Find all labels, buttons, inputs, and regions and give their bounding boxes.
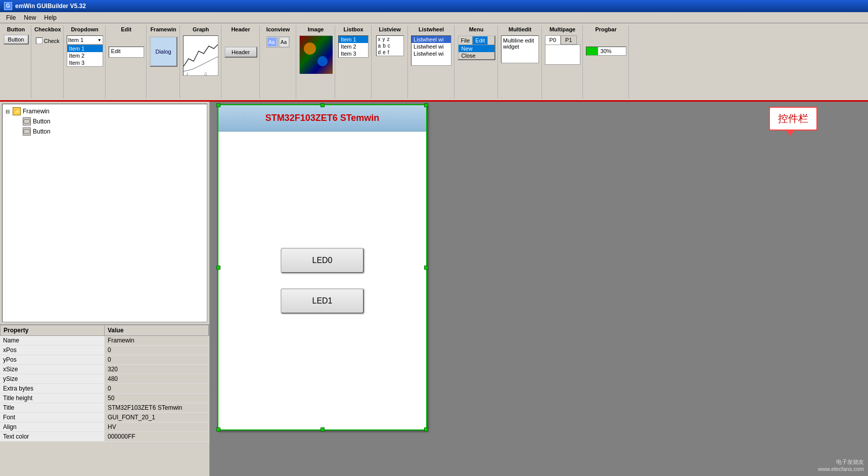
tree-panel[interactable]: ⊟ 📁 Framewin Button xyxy=(2,104,207,322)
callout-box: 控件栏 xyxy=(769,107,817,131)
tree-item-button-0[interactable]: Button xyxy=(15,116,205,126)
toolbar-group-header: Header Header xyxy=(222,25,260,99)
toolbar-group-listbox-label: Listbox xyxy=(344,26,363,32)
tree-widget-icon-0 xyxy=(23,117,31,125)
props-cell-val-3: 320 xyxy=(105,365,209,374)
mp-tab-1[interactable]: P1 xyxy=(561,35,576,45)
menu-bar-file[interactable]: File xyxy=(459,36,473,45)
props-rows: NameFramewinxPos0yPos0xSize320ySize480Ex… xyxy=(0,336,209,442)
listbox-item-1[interactable]: Item 2 xyxy=(339,43,368,50)
watermark: 电子发烧友 www.elecfans.com xyxy=(818,458,864,472)
listwheel-widget[interactable]: Listwheel wi Listwheel wi Listwheel wi xyxy=(411,35,451,66)
button-widget-btn[interactable]: Button xyxy=(4,34,29,45)
listbox-item-0[interactable]: Item 1 xyxy=(339,36,368,43)
listwheel-item-0[interactable]: Listwheel wi xyxy=(412,36,451,43)
framewin-content: LED0 LED1 xyxy=(218,132,426,429)
progbar-track: 30% xyxy=(586,47,626,56)
menu-sub-new[interactable]: New xyxy=(459,45,494,52)
image-widget[interactable] xyxy=(299,35,332,73)
toolbar-group-progbar: Progbar 30% xyxy=(584,25,629,99)
sel-handle-ml[interactable] xyxy=(216,266,220,270)
graph-svg: ♪ ♫ xyxy=(184,36,218,76)
props-cell-val-2: 0 xyxy=(105,355,209,364)
framewin-title-bar: STM32F103ZET6 STemwin xyxy=(218,105,426,132)
graph-widget[interactable]: ♪ ♫ xyxy=(183,35,218,76)
listwheel-item-2[interactable]: Listwheel wi xyxy=(412,50,451,57)
toolbar-group-graph-label: Graph xyxy=(193,26,209,32)
framewin-dialog[interactable]: STM32F103ZET6 STemwin LED0 LED1 xyxy=(217,104,427,430)
props-cell-val-0: Framewin xyxy=(105,336,209,345)
lv-cell-0-0: x xyxy=(378,36,381,42)
toolbar-group-listbox: Listbox Item 1 Item 2 Item 3 xyxy=(336,25,372,99)
image-preview-svg xyxy=(300,36,333,74)
progbar-widget[interactable]: 30% xyxy=(586,47,626,56)
canvas-area[interactable]: STM32F103ZET6 STemwin LED0 LED1 控件栏 电子发烧… xyxy=(210,102,868,476)
menu-widget[interactable]: File Edit New Close xyxy=(458,35,495,60)
iconview-cell-img: Aa xyxy=(266,36,278,48)
listview-widget[interactable]: x y z a b c d e f xyxy=(376,35,404,56)
header-widget[interactable]: Header xyxy=(224,47,257,58)
toolbar-group-listwheel-label: Listwheel xyxy=(419,26,444,32)
tree-folder-icon: 📁 xyxy=(13,107,21,115)
menu-sub-close[interactable]: Close xyxy=(459,52,494,59)
sel-handle-tm[interactable] xyxy=(321,103,325,107)
props-row-1: xPos0 xyxy=(0,345,209,355)
menu-help[interactable]: Help xyxy=(40,13,61,22)
sel-handle-bm[interactable] xyxy=(321,427,325,431)
toolbar-group-image-label: Image xyxy=(308,26,324,32)
props-cell-key-3: xSize xyxy=(0,365,105,374)
menu-bar-row: File Edit xyxy=(459,36,494,45)
menu-bar-edit[interactable]: Edit xyxy=(473,36,488,45)
mp-tab-0[interactable]: P0 xyxy=(545,35,561,45)
toolbar-group-image: Image xyxy=(297,25,335,99)
sel-handle-mr[interactable] xyxy=(424,266,428,270)
tree-item-root[interactable]: ⊟ 📁 Framewin xyxy=(5,106,205,116)
edit-widget[interactable]: Edit xyxy=(109,47,144,58)
props-cell-key-5: Extra bytes xyxy=(0,384,105,393)
checkbox-widget[interactable]: Check xyxy=(36,37,60,44)
props-row-8: FontGUI_FONT_20_1 xyxy=(0,413,209,422)
listbox-widget[interactable]: Item 1 Item 2 Item 3 xyxy=(338,35,369,58)
props-cell-key-0: Name xyxy=(0,336,105,345)
toolbar-group-iconview: Iconview Aa Aa xyxy=(261,25,296,99)
listwheel-item-1[interactable]: Listwheel wi xyxy=(412,43,451,50)
toolbar-group-checkbox-label: Checkbox xyxy=(34,26,61,32)
props-row-6: Title height50 xyxy=(0,394,209,403)
listbox-item-2[interactable]: Item 3 xyxy=(339,50,368,57)
sel-handle-bl[interactable] xyxy=(216,427,220,431)
iconview-text-icon: Aa xyxy=(280,37,289,47)
dropdown-item-0[interactable]: Item 1 xyxy=(67,45,103,52)
dropdown-item-2[interactable]: Item 3 xyxy=(67,59,103,66)
props-row-5: Extra bytes0 xyxy=(0,384,209,394)
menu-new[interactable]: New xyxy=(20,13,40,22)
toolbar-group-framewin: Framewin Dialog xyxy=(148,25,180,99)
multiedit-widget[interactable]: Multiline edit widget xyxy=(501,35,539,63)
multipage-widget[interactable]: P0 P1 xyxy=(545,35,580,65)
props-cell-key-10: Text color xyxy=(0,432,105,441)
svg-rect-11 xyxy=(24,129,30,134)
props-cell-key-7: Title xyxy=(0,403,105,412)
iconview-widget[interactable]: Aa Aa xyxy=(266,36,290,48)
framewin-led0-button[interactable]: LED0 xyxy=(281,248,364,273)
dropdown-select[interactable]: Item 1 ▼ xyxy=(67,35,103,45)
app-title: emWin GUIBuilder V5.32 xyxy=(15,3,86,10)
callout-text: 控件栏 xyxy=(778,113,808,124)
props-cell-key-2: yPos xyxy=(0,355,105,364)
toolbar-group-listview-label: Listview xyxy=(379,26,400,32)
tree-item-button-1[interactable]: Button xyxy=(15,126,205,137)
props-row-10: Text color000000FF xyxy=(0,432,209,442)
framewin-widget-label: Dialog xyxy=(155,49,171,55)
dropdown-selected: Item 1 xyxy=(68,37,84,43)
framewin-led1-button[interactable]: LED1 xyxy=(281,288,364,314)
props-row-7: TitleSTM32F103ZET6 STemwin xyxy=(0,403,209,413)
iconview-row-0: Aa Aa xyxy=(266,36,290,48)
dropdown-item-1[interactable]: Item 2 xyxy=(67,52,103,59)
dropdown-widget[interactable]: Item 1 ▼ Item 1 Item 2 Item 3 xyxy=(67,35,103,67)
framewin-widget[interactable]: Dialog xyxy=(150,36,177,67)
mp-tabs: P0 P1 xyxy=(545,35,580,45)
sel-handle-br[interactable] xyxy=(424,427,428,431)
main-area: ⊟ 📁 Framewin Button xyxy=(0,102,868,476)
sel-handle-tr[interactable] xyxy=(424,103,428,107)
sel-handle-tl[interactable] xyxy=(216,103,220,107)
menu-file[interactable]: File xyxy=(2,13,20,22)
